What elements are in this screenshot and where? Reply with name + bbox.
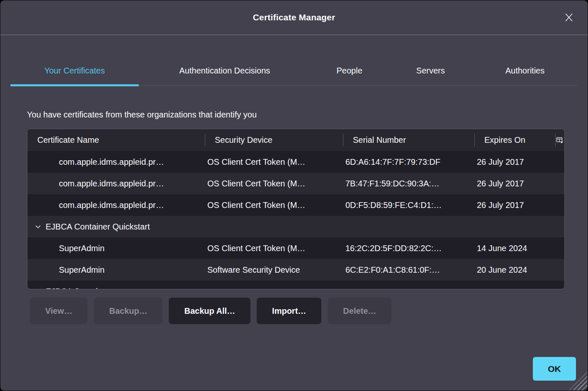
cell-certificate-name: com.apple.idms.appleid.pr… <box>27 200 205 210</box>
cell-device: OS Client Cert Token (M… <box>205 179 343 188</box>
certificate-manager-dialog: Certificate Manager Your Certificates Au… <box>0 0 588 391</box>
action-button-row: View… Backup… Backup All… Import… Delete… <box>30 298 588 324</box>
cert-row[interactable]: com.apple.idms.appleid.pr…OS Client Cert… <box>27 194 564 216</box>
col-header-certificate-name[interactable]: Certificate Name <box>27 129 205 151</box>
tab-your-certificates[interactable]: Your Certificates <box>10 61 139 86</box>
description-text: You have certificates from these organiz… <box>27 110 561 120</box>
tab-authentication-decisions[interactable]: Authentication Decisions <box>139 61 311 86</box>
tab-servers[interactable]: Servers <box>389 61 473 86</box>
delete-button[interactable]: Delete… <box>328 298 391 324</box>
cert-row[interactable]: SuperAdminOS Client Cert Token (M…16:2C:… <box>27 237 564 259</box>
table-header: Certificate Name Security Device Serial … <box>27 129 564 151</box>
cell-serial: 6C:E2:F0:A1:C8:61:0F:… <box>343 265 474 275</box>
cell-certificate-name: SuperAdmin <box>27 265 205 275</box>
cell-certificate-name: SuperAdmin <box>27 244 205 253</box>
cell-expires: 14 June 2024 <box>474 244 555 253</box>
column-picker-icon <box>556 137 564 144</box>
close-button[interactable] <box>563 11 575 24</box>
cert-row[interactable]: com.apple.idms.appleid.pr…OS Client Cert… <box>27 173 564 194</box>
cell-serial: 6D:A6:14:7F:7F:79:73:DF <box>343 157 474 167</box>
cell-serial: 16:2C:2D:5F:DD:82:2C:… <box>343 244 474 253</box>
backup-button[interactable]: Backup… <box>94 298 163 324</box>
title-bar: Certificate Manager <box>0 0 588 35</box>
cell-expires: 26 July 2017 <box>474 179 555 188</box>
import-button[interactable]: Import… <box>257 298 321 324</box>
cell-device: OS Client Cert Token (M… <box>205 200 343 210</box>
group-label: EJBCA Container Quickstart <box>46 222 150 232</box>
certificates-table: Certificate Name Security Device Serial … <box>27 129 565 289</box>
cell-expires: 26 July 2017 <box>474 157 555 167</box>
dialog-title: Certificate Manager <box>253 12 335 22</box>
chevron-down-icon <box>35 288 41 290</box>
view-button[interactable]: View… <box>30 298 87 324</box>
group-row[interactable]: EJBCA Container Quickstart <box>27 216 564 237</box>
tab-bar: Your Certificates Authentication Decisio… <box>10 61 577 86</box>
col-header-serial-number[interactable]: Serial Number <box>343 129 474 151</box>
tab-people[interactable]: People <box>311 61 389 86</box>
cert-row[interactable]: com.apple.idms.appleid.pr…OS Client Cert… <box>27 151 564 173</box>
col-header-security-device[interactable]: Security Device <box>205 129 343 151</box>
backup-all-button[interactable]: Backup All… <box>169 298 250 324</box>
cell-device: OS Client Cert Token (M… <box>205 157 343 167</box>
cell-device: OS Client Cert Token (M… <box>205 244 343 253</box>
cell-certificate-name: com.apple.idms.appleid.pr… <box>27 179 205 188</box>
chevron-down-icon <box>35 224 41 230</box>
cell-expires: 20 June 2024 <box>474 265 555 275</box>
cell-serial: 7B:47:F1:59:DC:90:3A:… <box>343 179 474 188</box>
group-label: EJBCA Sample <box>46 287 102 290</box>
cell-certificate-name: com.apple.idms.appleid.pr… <box>27 157 205 167</box>
cell-serial: 0D:F5:D8:59:FE:C4:D1:… <box>343 200 474 210</box>
tab-authorities[interactable]: Authorities <box>473 61 577 86</box>
cell-device: Software Security Device <box>205 265 343 275</box>
group-row[interactable]: EJBCA Sample <box>27 281 564 289</box>
ok-button[interactable]: OK <box>533 357 576 381</box>
cert-row[interactable]: SuperAdminSoftware Security Device6C:E2:… <box>27 259 564 281</box>
cell-expires: 26 July 2017 <box>474 200 555 210</box>
close-icon <box>564 12 574 23</box>
table-body: com.apple.idms.appleid.pr…OS Client Cert… <box>27 151 564 289</box>
col-header-expires-on[interactable]: Expires On <box>474 129 555 151</box>
column-picker[interactable] <box>555 129 564 151</box>
